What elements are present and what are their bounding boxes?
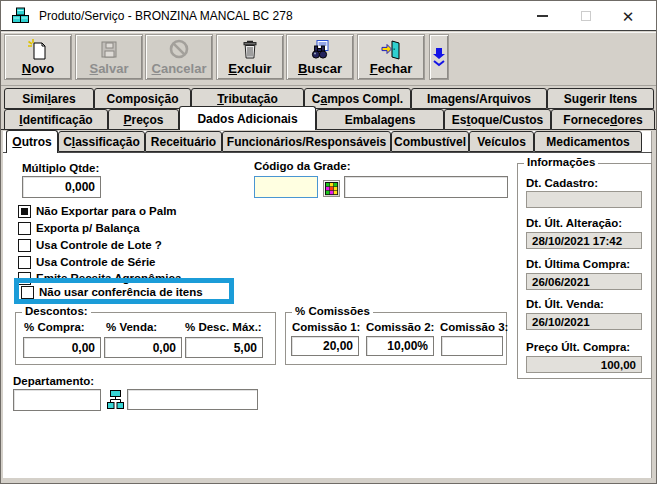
excluir-label: Excluir	[228, 62, 271, 75]
excluir-button[interactable]: Excluir	[216, 34, 284, 80]
checkbox-usa-controle-serie[interactable]	[18, 256, 31, 269]
maximize-icon	[581, 11, 591, 21]
tab-estoque-custos[interactable]: Estoque/Custos	[444, 109, 551, 130]
pct-desc-max-label: % Desc. Máx.:	[185, 321, 262, 333]
trash-icon	[238, 38, 262, 62]
checkbox-usa-controle-lote-label: Usa Controle de Lote ?	[36, 239, 162, 251]
multiplo-qtde-label: Múltiplo Qtde:	[22, 162, 99, 174]
pct-venda-input[interactable]: 0,00	[104, 337, 182, 358]
dt-ult-alteracao-label: Dt. Últ. Alteração:	[526, 217, 622, 229]
comissao2-input[interactable]: 10,00%	[366, 336, 434, 356]
descontos-group-title: Descontos:	[22, 305, 91, 317]
comissao2-label: Comissão 2:	[366, 321, 434, 333]
novo-label: Novo	[22, 62, 55, 75]
dt-cadastro-label: Dt. Cadastro:	[526, 177, 598, 189]
dt-ultima-compra-field: 26/06/2021	[526, 273, 642, 290]
cancelar-label: Cancelar	[152, 62, 207, 75]
departamento-code-input[interactable]	[13, 389, 101, 411]
checkbox-nao-exportar-palm-label: Não Exportar para o Palm	[36, 205, 177, 217]
comissoes-group-title: % Comissões	[292, 305, 373, 317]
preco-ult-compra-field: 100,00	[526, 356, 642, 373]
checkbox-emite-receita-agronomica-label: Emite Receita Agronômica	[36, 272, 181, 284]
checkbox-exporta-balanca[interactable]	[18, 222, 31, 235]
dt-ult-venda-field: 26/10/2021	[526, 313, 642, 330]
dados-adicionais-page: Outros Classificação Receituário Funcion…	[3, 131, 652, 478]
tab-classificacao[interactable]: Classificação	[58, 131, 145, 152]
close-button[interactable]: ✕	[613, 4, 643, 28]
minimize-button[interactable]	[527, 4, 557, 28]
comissao1-input[interactable]: 20,00	[291, 336, 359, 356]
toolbar: Novo Salvar Cancelar Excluir	[1, 32, 656, 86]
tab-medicamentos[interactable]: Medicamentos	[534, 131, 642, 152]
checkbox-nao-exportar-palm[interactable]	[18, 205, 31, 218]
binoculars-icon	[308, 38, 332, 62]
tab-embalagens[interactable]: Embalagens	[316, 109, 444, 130]
window-title: Produto/Serviço - BRONZINA MANCAL BC 278	[39, 9, 293, 23]
buscar-button[interactable]: Buscar	[286, 34, 354, 80]
tab-funcionarios-responsaveis[interactable]: Funcionários/Responsáveis	[222, 131, 391, 152]
titlebar: Produto/Serviço - BRONZINA MANCAL BC 278…	[1, 1, 656, 31]
tab-identificacao[interactable]: Identificação	[4, 109, 108, 130]
inner-tabstrip-baseline	[3, 152, 652, 153]
descontos-group: Descontos: % Compra: % Venda: % Desc. Má…	[15, 312, 276, 365]
pct-desc-max-input[interactable]: 5,00	[185, 337, 263, 358]
fechar-button[interactable]: Fechar	[357, 34, 425, 80]
dt-ultima-compra-label: Dt. Última Compra:	[526, 258, 630, 270]
tab-campos-compl[interactable]: Campos Compl.	[304, 88, 411, 109]
departamento-label: Departamento:	[13, 375, 94, 387]
more-buttons-button[interactable]	[429, 34, 449, 80]
tab-precos[interactable]: Preços	[108, 109, 179, 130]
multiplo-qtde-input[interactable]: 0,000	[22, 176, 101, 198]
checkbox-exporta-balanca-label: Exporta p/ Balança	[36, 222, 140, 234]
checkbox-usa-controle-serie-label: Usa Controle de Série	[36, 256, 156, 268]
checkbox-usa-controle-lote[interactable]	[18, 239, 31, 252]
fechar-label: Fechar	[370, 62, 413, 75]
cancelar-button: Cancelar	[145, 34, 213, 80]
tab-receituario[interactable]: Receituário	[145, 131, 222, 152]
pct-venda-label: % Venda:	[106, 321, 157, 333]
informacoes-group: Informações Dt. Cadastro: Dt. Últ. Alter…	[517, 163, 652, 379]
dt-ult-venda-label: Dt. Últ. Venda:	[526, 298, 604, 310]
comissao3-label: Comissão 3:	[440, 321, 508, 333]
grade-lookup-button[interactable]	[323, 180, 340, 197]
pct-compra-label: % Compra:	[24, 321, 85, 333]
exit-door-icon	[379, 38, 403, 62]
grade-description-input[interactable]	[344, 176, 508, 198]
informacoes-group-title: Informações	[524, 156, 598, 168]
tab-combustivel[interactable]: Combustível	[391, 131, 469, 152]
checkbox-emite-receita-agronomica[interactable]	[18, 272, 31, 285]
comissao1-label: Comissão 1:	[292, 321, 360, 333]
departamento-name-input[interactable]	[127, 389, 258, 410]
cancel-slash-icon	[167, 38, 191, 62]
dt-cadastro-field	[526, 191, 642, 208]
product-service-window: Produto/Serviço - BRONZINA MANCAL BC 278…	[0, 0, 657, 484]
checkbox-nao-usar-conferencia-label: Não usar conferência de itens	[39, 286, 203, 298]
tab-outros-selected[interactable]: Outros	[6, 130, 58, 153]
close-icon: ✕	[622, 9, 635, 24]
color-grid-icon	[325, 182, 338, 195]
checkbox-nao-usar-conferencia[interactable]	[21, 286, 34, 299]
product-cubes-icon	[11, 6, 30, 25]
tab-composicao[interactable]: Composição	[94, 88, 191, 109]
tab-veiculos[interactable]: Veículos	[469, 131, 534, 152]
new-document-icon	[27, 38, 49, 62]
codigo-grade-input[interactable]	[254, 176, 318, 198]
tab-sugerir-itens[interactable]: Sugerir Itens	[547, 88, 654, 109]
pct-compra-input[interactable]: 0,00	[23, 337, 101, 358]
tab-fornecedores[interactable]: Fornecedores	[551, 109, 655, 130]
dt-ult-alteracao-field: 28/10/2021 17:42	[526, 232, 642, 249]
salvar-button: Salvar	[75, 34, 143, 80]
departamento-lookup-button[interactable]	[107, 390, 124, 410]
maximize-button	[571, 4, 601, 28]
preco-ult-compra-label: Preço Últ. Compra:	[526, 341, 630, 353]
org-chart-icon	[107, 390, 124, 410]
tab-imagens-arquivos[interactable]: Imagens/Arquivos	[411, 88, 547, 109]
comissao3-input[interactable]	[441, 336, 503, 356]
novo-button[interactable]: Novo	[4, 34, 72, 80]
double-down-arrow-icon	[431, 46, 447, 68]
minimize-icon	[537, 15, 548, 17]
comissoes-group: % Comissões Comissão 1: Comissão 2: Comi…	[285, 312, 507, 365]
buscar-label: Buscar	[298, 62, 342, 75]
tab-dados-adicionais-selected[interactable]: Dados Adicionais	[179, 106, 316, 130]
tab-similares[interactable]: Similares	[4, 88, 94, 109]
